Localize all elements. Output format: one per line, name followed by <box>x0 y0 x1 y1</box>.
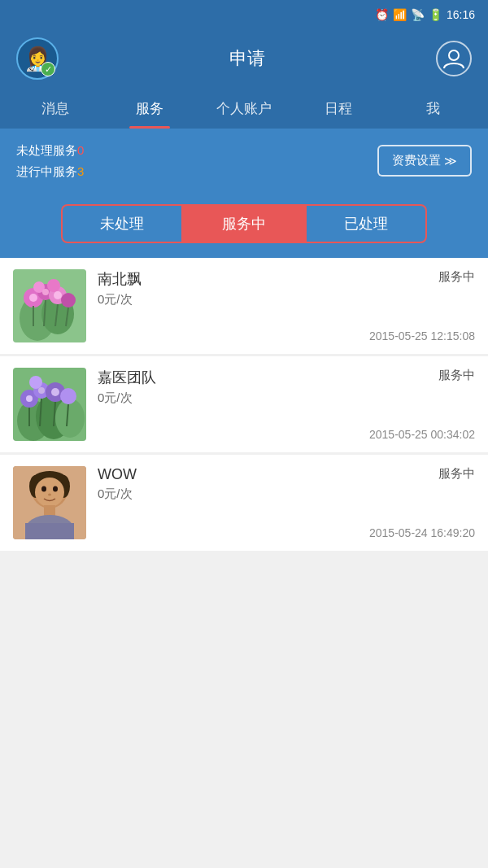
svg-point-32 <box>51 388 59 396</box>
svg-point-30 <box>26 395 33 402</box>
battery-icon: 🔋 <box>429 8 442 21</box>
service-price: 0元/次 <box>98 292 475 308</box>
svg-point-20 <box>55 399 85 438</box>
status-time: 16:16 <box>447 8 475 21</box>
svg-point-40 <box>41 486 46 492</box>
tab-messages[interactable]: 消息 <box>8 88 102 129</box>
wifi-icon: 📶 <box>393 8 407 21</box>
service-top: WOW 服务中 <box>98 466 475 483</box>
header: 👩‍⚕️ ✓ 申请 <box>0 29 488 88</box>
filter-unprocessed[interactable]: 未处理 <box>61 204 183 243</box>
summary-bar: 未处理服务0 进行中服务3 资费设置 ≫ <box>0 129 488 193</box>
service-price: 0元/次 <box>98 390 475 406</box>
svg-rect-45 <box>25 523 74 539</box>
tab-services[interactable]: 服务 <box>102 88 197 129</box>
user-avatar[interactable] <box>436 41 472 76</box>
status-bar: ⏰ 📶 📡 🔋 16:16 <box>0 0 488 29</box>
filter-inservice[interactable]: 服务中 <box>183 204 305 243</box>
svg-point-16 <box>54 291 62 299</box>
svg-point-42 <box>48 494 51 496</box>
svg-point-31 <box>38 387 45 394</box>
service-thumbnail <box>13 269 86 342</box>
svg-point-41 <box>53 486 58 492</box>
service-time: 2015-05-24 16:49:20 <box>98 526 475 539</box>
svg-point-0 <box>449 50 459 60</box>
svg-point-9 <box>47 279 60 292</box>
service-name: 南北飘 <box>98 269 142 289</box>
service-info: 南北飘 服务中 0元/次 2015-05-25 12:15:08 <box>98 269 475 342</box>
service-status: 服务中 <box>438 269 475 285</box>
service-price: 0元/次 <box>98 486 475 502</box>
service-item[interactable]: 嘉医团队 服务中 0元/次 2015-05-25 00:34:02 <box>0 356 488 452</box>
service-top: 嘉医团队 服务中 <box>98 368 475 387</box>
filter-processed[interactable]: 已处理 <box>305 204 427 243</box>
service-item[interactable]: 南北飘 服务中 0元/次 2015-05-25 12:15:08 <box>0 258 488 354</box>
status-icons: ⏰ 📶 📡 🔋 16:16 <box>375 8 475 21</box>
service-status: 服务中 <box>438 368 475 383</box>
bottom-area <box>0 553 488 765</box>
service-info: WOW 服务中 0元/次 2015-05-24 16:49:20 <box>98 466 475 539</box>
clock-icon: ⏰ <box>375 8 389 21</box>
filter-bar: 未处理 服务中 已处理 <box>0 193 488 258</box>
tab-account[interactable]: 个人账户 <box>197 88 291 129</box>
tab-me[interactable]: 我 <box>386 88 480 129</box>
svg-point-7 <box>61 293 76 308</box>
svg-point-15 <box>42 289 49 295</box>
svg-point-25 <box>29 376 42 389</box>
inprogress-summary: 进行中服务3 <box>16 161 84 182</box>
service-time: 2015-05-25 00:34:02 <box>98 428 475 441</box>
unprocessed-summary: 未处理服务0 <box>16 140 84 161</box>
signal-icon: 📡 <box>411 8 425 21</box>
nav-tabs: 消息 服务 个人账户 日程 我 <box>0 88 488 129</box>
svg-point-24 <box>60 388 76 404</box>
service-name: WOW <box>98 466 137 483</box>
svg-point-14 <box>29 294 37 302</box>
service-status: 服务中 <box>438 466 475 482</box>
tab-schedule[interactable]: 日程 <box>291 88 386 129</box>
app-logo: 👩‍⚕️ ✓ <box>16 37 59 80</box>
service-name: 嘉医团队 <box>98 368 156 387</box>
service-info: 嘉医团队 服务中 0元/次 2015-05-25 00:34:02 <box>98 368 475 441</box>
service-thumbnail <box>13 466 86 539</box>
svg-point-39 <box>35 478 64 507</box>
service-top: 南北飘 服务中 <box>98 269 475 289</box>
page-title: 申请 <box>229 46 265 71</box>
service-thumbnail <box>13 368 86 441</box>
service-item[interactable]: WOW 服务中 0元/次 2015-05-24 16:49:20 <box>0 455 488 551</box>
service-list: 南北飘 服务中 0元/次 2015-05-25 12:15:08 <box>0 258 488 551</box>
service-time: 2015-05-25 12:15:08 <box>98 329 475 342</box>
check-icon: ✓ <box>41 62 55 76</box>
settings-button[interactable]: 资费设置 ≫ <box>377 145 472 177</box>
summary-text: 未处理服务0 进行中服务3 <box>16 140 84 181</box>
